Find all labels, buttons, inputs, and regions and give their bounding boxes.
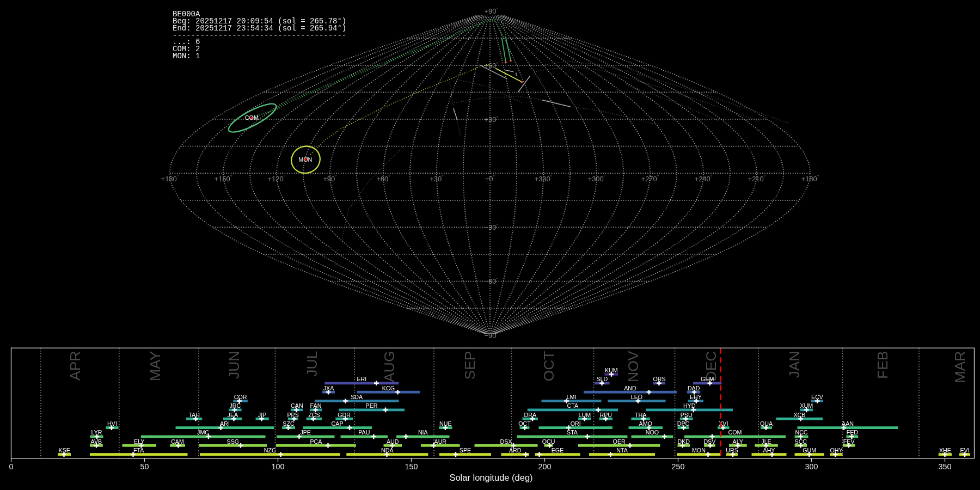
svg-text:FTA: FTA	[133, 447, 144, 454]
svg-text:RPU: RPU	[600, 412, 612, 418]
svg-text:SDA: SDA	[351, 394, 363, 400]
svg-text:KCG: KCG	[382, 385, 395, 391]
svg-text:KSE: KSE	[59, 447, 70, 454]
svg-text:HVI: HVI	[107, 420, 117, 427]
svg-text:NIA: NIA	[418, 429, 428, 436]
svg-text:ARI: ARI	[220, 420, 230, 427]
svg-text:AND: AND	[624, 385, 636, 391]
svg-text:200: 200	[538, 462, 552, 471]
svg-text:NDA: NDA	[381, 447, 394, 454]
svg-text:+180°: +180°	[161, 174, 179, 183]
svg-text:JRC: JRC	[230, 402, 241, 409]
svg-text:SCC: SCC	[795, 438, 807, 445]
svg-text:CAM: CAM	[171, 438, 184, 445]
svg-text:LUM: LUM	[579, 412, 591, 418]
svg-text:APR: APR	[67, 351, 83, 381]
svg-text:JXA: JXA	[323, 385, 334, 391]
svg-text:COR: COR	[234, 394, 247, 400]
svg-text:MON: 1: MON: 1	[173, 52, 200, 60]
svg-text:EVI: EVI	[960, 447, 969, 454]
svg-text:GUM: GUM	[803, 447, 816, 454]
svg-text:JUN: JUN	[226, 351, 242, 379]
svg-text:EGE: EGE	[552, 447, 564, 454]
svg-text:AUD: AUD	[387, 438, 399, 445]
svg-text:150: 150	[405, 462, 418, 471]
svg-text:AHY: AHY	[763, 447, 775, 454]
svg-text:CTA: CTA	[567, 402, 579, 409]
svg-text:ELY: ELY	[134, 438, 144, 445]
svg-text:ERI: ERI	[357, 376, 366, 382]
svg-text:DAD: DAD	[688, 385, 700, 391]
svg-text:PSU: PSU	[681, 412, 693, 418]
svg-text:QUA: QUA	[760, 420, 773, 427]
svg-text:−90°: −90°	[484, 332, 498, 340]
svg-text:50: 50	[140, 462, 149, 471]
svg-text:URS: URS	[726, 447, 738, 454]
svg-text:NTA: NTA	[616, 447, 628, 454]
svg-text:PPS: PPS	[287, 412, 298, 418]
svg-text:PER: PER	[366, 402, 378, 409]
svg-text:MAR: MAR	[952, 351, 968, 383]
svg-text:SZC: SZC	[283, 420, 295, 427]
svg-text:XCB: XCB	[793, 412, 805, 418]
svg-text:NOO: NOO	[646, 429, 659, 436]
svg-text:XHE: XHE	[939, 447, 951, 454]
svg-text:+330°: +330°	[535, 174, 553, 183]
svg-text:NOV: NOV	[625, 351, 641, 382]
svg-text:−60°: −60°	[484, 277, 498, 285]
svg-text:HYD: HYD	[683, 402, 696, 409]
svg-text:COM: COM	[728, 429, 742, 436]
svg-text:DKD: DKD	[678, 438, 690, 445]
svg-text:+90°: +90°	[484, 7, 498, 15]
svg-text:ZCS: ZCS	[308, 412, 320, 418]
svg-text:JAN: JAN	[786, 351, 803, 378]
svg-text:MON: MON	[692, 447, 706, 454]
svg-text:PCA: PCA	[310, 438, 322, 445]
svg-text:+30°: +30°	[484, 115, 498, 124]
svg-text:ECV: ECV	[811, 394, 824, 400]
svg-text:250: 250	[672, 462, 685, 471]
svg-text:CAP: CAP	[332, 420, 344, 427]
svg-text:+300°: +300°	[588, 174, 606, 183]
svg-text:NCC: NCC	[795, 429, 807, 436]
svg-text:+270°: +270°	[641, 174, 659, 183]
svg-text:AAN: AAN	[842, 420, 854, 427]
svg-text:MAY: MAY	[147, 351, 163, 381]
svg-text:NUE: NUE	[439, 420, 452, 427]
svg-text:JPE: JPE	[300, 429, 311, 436]
svg-text:OHY: OHY	[830, 447, 842, 454]
svg-text:Solar longitude (deg): Solar longitude (deg)	[449, 473, 532, 482]
svg-text:ALY: ALY	[733, 438, 743, 445]
svg-text:NZC: NZC	[264, 447, 276, 454]
svg-text:ARD: ARD	[509, 447, 522, 454]
svg-text:THA: THA	[635, 412, 647, 418]
svg-text:SLD: SLD	[596, 376, 608, 382]
svg-text:TAH: TAH	[188, 412, 200, 418]
svg-text:FED: FED	[847, 429, 859, 436]
svg-text:FEV: FEV	[843, 438, 855, 445]
svg-text:DPC: DPC	[677, 420, 690, 427]
svg-text:+180°: +180°	[801, 174, 819, 183]
svg-text:DSX: DSX	[500, 438, 512, 445]
svg-text:OCU: OCU	[542, 438, 555, 445]
svg-text:JLE: JLE	[761, 438, 771, 445]
svg-text:SPE: SPE	[460, 447, 471, 454]
svg-text:+120°: +120°	[268, 174, 286, 183]
svg-text:+210°: +210°	[748, 174, 766, 183]
svg-text:0: 0	[9, 462, 14, 471]
svg-text:EHY: EHY	[690, 394, 702, 400]
svg-text:100: 100	[272, 462, 285, 471]
svg-text:LMI: LMI	[567, 394, 577, 400]
svg-text:GEM: GEM	[701, 376, 714, 382]
svg-text:LYR: LYR	[91, 429, 102, 436]
svg-text:ORS: ORS	[653, 376, 665, 382]
svg-text:300: 300	[805, 462, 818, 471]
svg-text:DRA: DRA	[524, 412, 537, 418]
svg-text:SSG: SSG	[227, 438, 240, 445]
svg-text:JUL: JUL	[304, 351, 320, 377]
svg-text:KUM: KUM	[605, 367, 618, 373]
svg-text:DSV: DSV	[703, 438, 716, 445]
svg-text:PAU: PAU	[358, 429, 370, 436]
svg-text:AMO: AMO	[639, 420, 652, 427]
svg-text:JEA: JEA	[228, 412, 238, 418]
